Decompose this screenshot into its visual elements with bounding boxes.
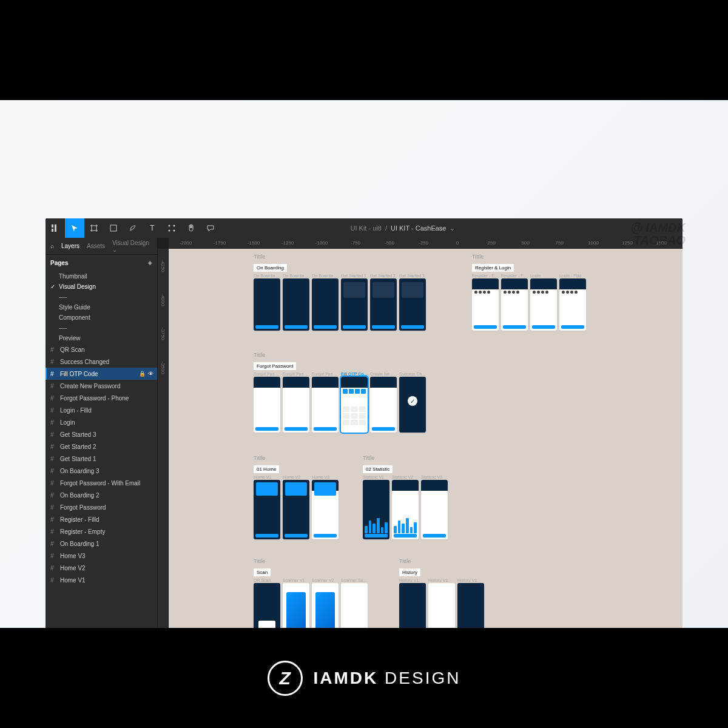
page-item[interactable]: Style Guide (46, 302, 157, 312)
frame-thumb[interactable]: On Boardin... (283, 274, 309, 331)
page-item[interactable]: Preview (46, 333, 157, 343)
comment-tool[interactable] (201, 218, 220, 238)
svg-point-6 (174, 225, 175, 227)
breadcrumb-parent[interactable]: UI Kit - ui8 (351, 224, 382, 232)
frame-thumb[interactable]: Home V1 (254, 475, 280, 539)
layer-item[interactable]: #Get Started 3🔒👁 (46, 428, 157, 440)
layer-item[interactable]: #Forgot Password - Phone🔒👁 (46, 392, 157, 404)
frame-label: History V1 (399, 578, 426, 582)
shape-tool[interactable] (104, 218, 123, 238)
page-item[interactable]: ---- (46, 323, 157, 333)
frame-thumb[interactable]: Fill OTP Co... (341, 372, 368, 433)
section-label: Tittle (254, 254, 426, 260)
svg-text:T: T (150, 224, 155, 232)
frame-icon: # (50, 346, 56, 353)
frame-thumb[interactable]: Get Started 3 (399, 274, 426, 331)
frame-icon: # (50, 541, 56, 547)
svg-rect-0 (52, 224, 53, 228)
layers-list[interactable]: #QR Scan🔒👁#Success Changed🔒👁#Fill OTP Co… (46, 343, 157, 649)
page-dropdown[interactable]: Visual Design ⌄ (112, 240, 152, 253)
frame-thumb[interactable]: Statistic V3 (421, 475, 448, 539)
canvas-area: -2000-1750-1500-1250-1000-750-500-250025… (158, 238, 682, 649)
pen-tool[interactable] (123, 218, 143, 238)
page-item[interactable]: Visual Design (46, 281, 157, 292)
frame-thumb[interactable]: Create Ne... (370, 372, 397, 433)
frame-thumb[interactable]: On Boardin... (312, 274, 339, 331)
frame-thumb[interactable]: Login (530, 274, 557, 331)
frame-thumb[interactable]: Success Ch...✓ (399, 372, 426, 433)
layer-item[interactable]: #QR Scan🔒👁 (46, 343, 157, 356)
tab-assets[interactable]: Assets (87, 243, 105, 249)
frame-thumb[interactable]: Login - Filld (559, 274, 586, 331)
layer-item[interactable]: #Login - Filld🔒👁 (46, 404, 157, 416)
layer-item[interactable]: #Get Started 2🔒👁 (46, 440, 157, 453)
layer-item[interactable]: #Fill OTP Code🔒👁 (46, 368, 157, 380)
frame-thumb[interactable]: Home V3 (312, 475, 339, 539)
eye-icon[interactable]: 👁 (148, 371, 153, 377)
layer-item[interactable]: #Forgot Password🔒👁 (46, 501, 157, 513)
frame-thumb[interactable]: On Boardin... (254, 274, 280, 331)
resources-tool[interactable] (162, 218, 181, 238)
tab-layers[interactable]: Layers (61, 243, 79, 249)
layer-item[interactable]: #On Boarding 2🔒👁 (46, 489, 157, 501)
layer-item[interactable]: #Home V2🔒👁 (46, 562, 157, 574)
layer-item[interactable]: #Get Started 1🔒👁 (46, 453, 157, 465)
chevron-down-icon[interactable]: ⌄ (450, 224, 455, 232)
layer-label: Fill OTP Code (60, 371, 98, 377)
frame-thumb[interactable]: Get Started 1 (341, 274, 368, 331)
ruler-vertical: -4250-4000-3750-3500 (158, 249, 169, 649)
layer-label: On Boarding 2 (60, 492, 99, 499)
layer-label: Get Started 1 (60, 456, 96, 462)
layer-item[interactable]: #Success Changed🔒👁 (46, 356, 157, 368)
layer-item[interactable]: #Register - Empty🔒👁 (46, 525, 157, 538)
layer-item[interactable]: #Home V3🔒👁 (46, 550, 157, 562)
layer-item[interactable]: #Register - Filld🔒👁 (46, 513, 157, 525)
frame-thumb[interactable]: Statistic V1 (363, 475, 389, 539)
frame-label: Home V1 (254, 475, 280, 479)
menu-button[interactable] (46, 218, 65, 238)
layer-item[interactable]: #Login🔒👁 (46, 416, 157, 428)
layer-label: Forgot Password (60, 504, 106, 511)
page-item[interactable]: Thumbnail (46, 271, 157, 281)
svg-point-7 (169, 230, 170, 232)
frame-label: Forgot Pas... (254, 372, 280, 376)
frame-tool[interactable] (84, 218, 104, 238)
frame-thumb[interactable]: Forgot Pas... (312, 372, 339, 433)
frame-icon: # (50, 359, 56, 365)
frame-thumb[interactable]: Forgot Pas... (254, 372, 280, 433)
frame-thumb[interactable]: Register - F... (501, 274, 528, 331)
canvas[interactable]: TittleOn BoardingOn Boardin...On Boardin… (169, 249, 682, 649)
section: Tittle01 HomeHome V1Home V2Home V3 (254, 455, 339, 539)
frame-label: Register - E... (472, 274, 499, 278)
section: TittleForgot PasswordForgot Pas...Forgot… (254, 352, 426, 433)
layer-label: Login - Filld (60, 407, 92, 414)
layer-item[interactable]: #Create New Password🔒👁 (46, 380, 157, 392)
breadcrumb[interactable]: UI Kit - ui8 / UI KIT - CashEase ⌄ (351, 224, 456, 232)
layer-item[interactable]: #On Boarding 1🔒👁 (46, 538, 157, 550)
layer-item[interactable]: #Forgot Password - With Email🔒👁 (46, 477, 157, 489)
layer-item[interactable]: #Home V1🔒👁 (46, 574, 157, 586)
frame-label: Fill OTP Co... (341, 372, 368, 376)
layer-label: Forgot Password - With Email (60, 480, 140, 487)
move-tool[interactable] (65, 218, 84, 238)
frame-thumb[interactable]: Forgot Pas... (283, 372, 309, 433)
page-frame: @ IAMDK TAOBAO T UI Kit - ui8 / UI KIT -… (0, 100, 728, 628)
frame-thumb[interactable]: Get Started 2 (370, 274, 397, 331)
page-item[interactable]: Component (46, 312, 157, 323)
frame-label: Scanner V2 (312, 578, 339, 582)
layer-label: Home V2 (60, 565, 86, 571)
frame-thumb[interactable]: Register - E... (472, 274, 499, 331)
layer-label: Get Started 2 (60, 443, 96, 450)
hand-tool[interactable] (181, 218, 201, 238)
frame-icon: # (50, 480, 56, 487)
frame-thumb[interactable]: Home V2 (283, 475, 309, 539)
add-page-button[interactable]: + (147, 258, 152, 268)
layer-item[interactable]: #On Boarding 3🔒👁 (46, 465, 157, 477)
search-icon[interactable]: ⌕ (50, 243, 54, 249)
text-tool[interactable]: T (143, 218, 162, 238)
frame-thumb[interactable]: Statistic V2 (392, 475, 419, 539)
lock-icon[interactable]: 🔒 (139, 371, 146, 377)
section-title: Scan (254, 568, 271, 576)
page-item[interactable]: ---- (46, 292, 157, 302)
breadcrumb-current[interactable]: UI KIT - CashEase (391, 224, 447, 232)
